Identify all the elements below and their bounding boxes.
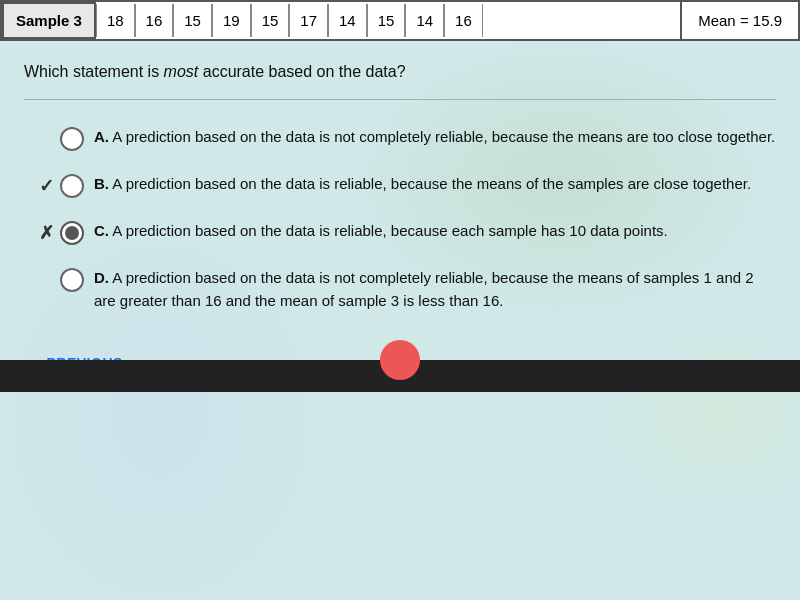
indicator-c: ✗ [24,222,60,244]
choice-letter-d: D. [94,269,109,286]
choices-container: A. A prediction based on the data is not… [0,126,800,312]
divider [24,99,776,100]
bottom-bar [0,360,800,392]
question-text: Which statement is most accurate based o… [24,61,776,83]
data-value-cell: 16 [135,4,174,37]
data-value-cell: 14 [405,4,444,37]
radio-b[interactable] [60,174,84,198]
choice-text-a: A. A prediction based on the data is not… [94,126,776,149]
choice-row-a: A. A prediction based on the data is not… [24,126,776,151]
radio-inner-c [65,226,79,240]
mean-cell: Mean = 15.9 [680,2,798,39]
choice-row-d: D. A prediction based on the data is not… [24,267,776,312]
data-value-cell: 15 [173,4,212,37]
data-value-cell: 16 [444,4,483,37]
choice-row-b: ✓ B. A prediction based on the data is r… [24,173,776,198]
question-section: Which statement is most accurate based o… [0,41,800,126]
data-value-cell: 19 [212,4,251,37]
data-value-cell: 17 [289,4,328,37]
choice-text-d: D. A prediction based on the data is not… [94,267,776,312]
radio-c[interactable] [60,221,84,245]
data-value-cell: 18 [96,4,135,37]
choice-letter-b: B. [94,175,109,192]
choice-row-c: ✗ C. A prediction based on the data is r… [24,220,776,245]
sample-label: Sample 3 [2,2,96,39]
choice-letter-c: C. [94,222,109,239]
choice-letter-a: A. [94,128,109,145]
checkmark-b: ✓ [39,175,54,197]
sample-table: Sample 3 18161519151714151416 Mean = 15.… [0,0,800,41]
data-value-cell: 15 [251,4,290,37]
data-cells: 18161519151714151416 [96,2,680,39]
page-container: Sample 3 18161519151714151416 Mean = 15.… [0,0,800,392]
data-value-cell: 14 [328,4,367,37]
choice-text-c: C. A prediction based on the data is rel… [94,220,776,243]
xmark-c: ✗ [39,222,54,244]
bottom-circle [380,340,420,380]
radio-d[interactable] [60,268,84,292]
radio-a[interactable] [60,127,84,151]
indicator-b: ✓ [24,175,60,197]
choice-text-b: B. A prediction based on the data is rel… [94,173,776,196]
data-value-cell: 15 [367,4,406,37]
